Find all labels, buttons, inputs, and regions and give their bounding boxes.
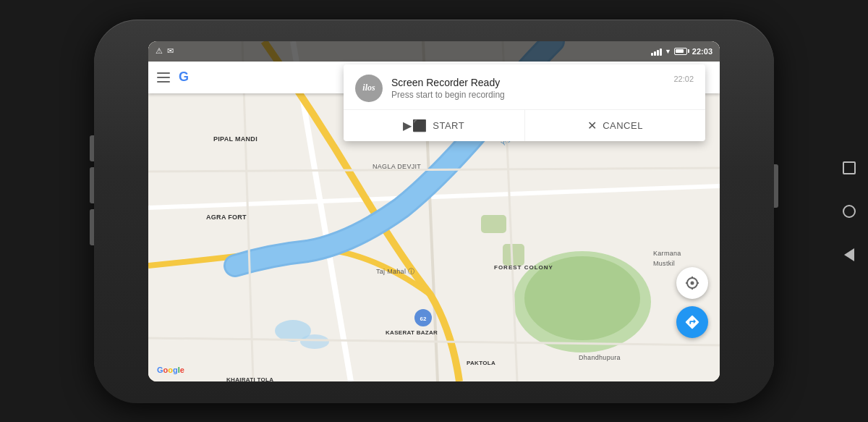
start-label: START [433, 120, 464, 131]
camera-icon: ▶⬛ [403, 119, 427, 132]
svg-rect-10 [503, 244, 524, 266]
phone-screen: Yamuna [148, 41, 720, 381]
side-buttons-right [774, 164, 778, 208]
signal-bar-2 [654, 51, 656, 56]
map-label-khairati: KHAIRATI TOLA [226, 376, 273, 381]
status-bar-right: ▼ 22:03 [651, 47, 712, 56]
phone-shell: Yamuna [94, 20, 774, 403]
cancel-label: CANCEL [603, 120, 643, 131]
location-icon [685, 276, 699, 290]
signal-bars [651, 47, 662, 56]
google-logo: Google [157, 366, 184, 374]
cancel-button[interactable]: ✕ CANCEL [525, 110, 706, 141]
recent-apps-button[interactable] [838, 156, 861, 180]
back-icon [844, 248, 854, 261]
location-button[interactable] [676, 267, 708, 299]
svg-text:62: 62 [420, 316, 427, 322]
notification-subtitle: Press start to begin recording [391, 90, 665, 100]
back-button[interactable] [838, 243, 861, 266]
directions-button[interactable] [676, 306, 708, 338]
notification-timestamp: 22:02 [673, 75, 694, 83]
clock-time: 22:03 [692, 47, 712, 56]
notification-header: ilos Screen Recorder Ready Press start t… [344, 64, 705, 109]
status-bar-left: ⚠ ✉ [156, 46, 174, 56]
hamburger-line-1 [157, 72, 170, 74]
home-button[interactable] [838, 200, 861, 223]
home-icon [843, 205, 856, 218]
map-label-kaserat: KASERAT BAZAR [386, 329, 438, 336]
map-label-nagla: NAGLA DEVJIT [373, 163, 421, 170]
notification-title: Screen Recorder Ready [391, 77, 665, 88]
battery-tip [688, 49, 689, 53]
svg-point-18 [691, 281, 694, 284]
battery-icon [674, 48, 689, 55]
network-down-icon: ▼ [665, 48, 671, 55]
signal-bar-1 [651, 53, 653, 56]
power-button[interactable] [90, 135, 94, 161]
start-button[interactable]: ▶⬛ START [344, 110, 525, 141]
close-icon: ✕ [587, 119, 597, 132]
notification-app-icon: ilos [355, 75, 383, 102]
svg-point-8 [300, 334, 329, 349]
side-buttons-left [90, 135, 94, 245]
battery-fill [676, 49, 684, 53]
recent-apps-icon [843, 161, 856, 174]
hamburger-line-2 [157, 77, 170, 78]
battery-body [674, 48, 687, 55]
notification-actions: ▶⬛ START ✕ CANCEL [344, 109, 705, 141]
notification-icon: ⚠ [156, 46, 163, 56]
status-bar: ⚠ ✉ ▼ 22:03 [148, 41, 720, 62]
map-label-mustkil: Mustkil [653, 260, 675, 267]
map-label-paktola: PAKTOLA [467, 360, 495, 366]
map-label-pipal-mandi: PIPAL MANDI [213, 135, 258, 143]
map-label-dhandhupura: Dhandhupura [579, 354, 621, 361]
directions-icon [684, 314, 700, 330]
signal-bar-3 [657, 50, 659, 56]
map-label-karmana: Karmana [653, 250, 681, 257]
map-nav-buttons [676, 267, 708, 338]
map-label-forest-colony: FOREST COLONY [494, 264, 553, 271]
hamburger-menu-button[interactable] [157, 72, 170, 83]
gmail-icon: ✉ [167, 46, 174, 56]
hamburger-line-3 [157, 81, 170, 83]
volume-up-button[interactable] [90, 167, 94, 203]
notification-panel: ilos Screen Recorder Ready Press start t… [344, 64, 705, 141]
svg-rect-9 [481, 215, 506, 233]
signal-bar-4 [660, 48, 662, 56]
google-logo-small: G [179, 69, 189, 85]
notification-text-area: Screen Recorder Ready Press start to beg… [391, 77, 665, 100]
map-label-agra-fort: AGRA FORT [206, 214, 247, 221]
phone-nav-bar [838, 156, 861, 266]
right-button[interactable] [774, 164, 778, 208]
map-label-taj-mahal: Taj Mahal ⓘ [376, 267, 414, 277]
volume-down-button[interactable] [90, 209, 94, 245]
